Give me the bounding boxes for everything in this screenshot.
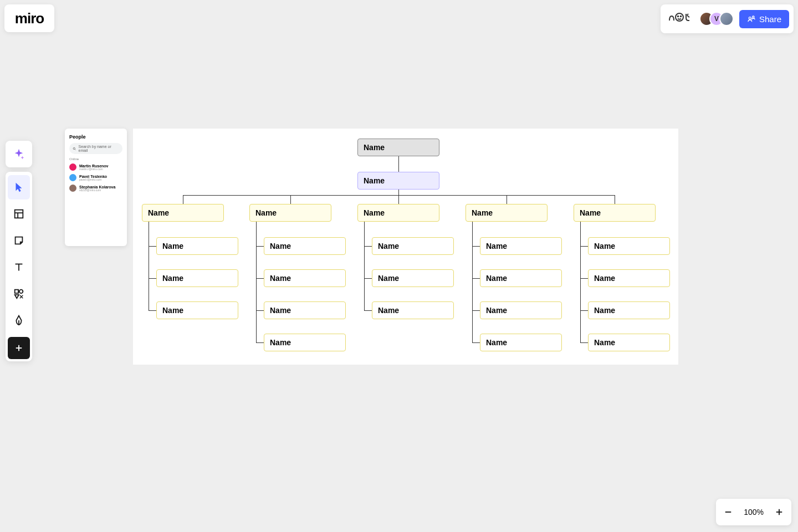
person-email: martin.r@miro.com xyxy=(79,168,109,171)
people-panel: People Search by name or email Online Ma… xyxy=(65,129,127,246)
org-leaf-1-0[interactable]: Name xyxy=(264,237,346,255)
plus-icon xyxy=(14,343,24,353)
org-dept-0[interactable]: Name xyxy=(142,204,224,222)
connector-line xyxy=(149,246,156,247)
share-button[interactable]: Share xyxy=(739,10,789,28)
frame-icon xyxy=(13,208,25,220)
org-leaf-2-2[interactable]: Name xyxy=(372,301,454,319)
org-leaf-3-2[interactable]: Name xyxy=(480,301,562,319)
search-icon xyxy=(73,147,76,151)
connector-line xyxy=(364,246,372,247)
person-row[interactable]: Pavel Teslenkopavel.t@miro.com xyxy=(69,172,122,183)
connector-line xyxy=(290,195,291,204)
org-leaf-3-0[interactable]: Name xyxy=(480,237,562,255)
people-list: Martin Rusenovmartin.r@miro.comPavel Tes… xyxy=(69,162,122,193)
connector-line xyxy=(256,342,264,343)
org-leaf-0-2[interactable]: Name xyxy=(156,301,238,319)
reactions-icon[interactable] xyxy=(665,11,694,27)
connector-line xyxy=(398,195,399,204)
left-toolbar xyxy=(6,172,32,361)
pen-icon xyxy=(13,314,25,326)
tool-select[interactable] xyxy=(8,175,30,200)
org-leaf-0-0[interactable]: Name xyxy=(156,237,238,255)
logo-card[interactable]: miro xyxy=(4,4,54,32)
connector-line xyxy=(472,278,480,279)
person-email: pavel.t@miro.com xyxy=(79,178,107,181)
share-label: Share xyxy=(759,14,781,24)
connector-line xyxy=(364,278,372,279)
people-section-label: Online xyxy=(69,157,122,161)
tool-pen[interactable] xyxy=(8,308,30,332)
tool-shapes[interactable] xyxy=(8,282,30,306)
tool-ai[interactable] xyxy=(6,141,32,167)
org-leaf-4-0[interactable]: Name xyxy=(588,237,670,255)
svg-point-4 xyxy=(753,16,754,18)
svg-point-2 xyxy=(681,16,682,17)
org-leaf-1-1[interactable]: Name xyxy=(264,269,346,287)
person-email: s6210@miro.com xyxy=(79,189,115,192)
org-leaf-0-1[interactable]: Name xyxy=(156,269,238,287)
shapes-icon xyxy=(13,288,25,300)
org-dept-4[interactable]: Name xyxy=(574,204,656,222)
tool-sticky[interactable] xyxy=(8,228,30,253)
person-row[interactable]: Stephania Kolarovas6210@miro.com xyxy=(69,183,122,193)
connector-line xyxy=(580,310,588,311)
connector-line xyxy=(615,195,615,204)
svg-point-3 xyxy=(749,17,751,19)
avatar-user-3[interactable] xyxy=(719,12,734,26)
tool-text[interactable] xyxy=(8,255,30,279)
connector-line xyxy=(507,195,507,204)
org-leaf-3-1[interactable]: Name xyxy=(480,269,562,287)
people-search[interactable]: Search by name or email xyxy=(69,143,122,154)
org-leaf-3-3[interactable]: Name xyxy=(480,334,562,351)
connector-line xyxy=(580,342,588,343)
org-leaf-4-1[interactable]: Name xyxy=(588,269,670,287)
sparkle-icon xyxy=(13,148,25,160)
org-leaf-2-0[interactable]: Name xyxy=(372,237,454,255)
org-leaf-1-2[interactable]: Name xyxy=(264,301,346,319)
org-dept-3[interactable]: Name xyxy=(466,204,548,222)
connector-line xyxy=(472,310,480,311)
org-dept-1[interactable]: Name xyxy=(249,204,331,222)
canvas[interactable]: NameNameNameNameNameNameNameNameNameName… xyxy=(133,129,678,365)
connector-line xyxy=(149,310,156,311)
connector-line xyxy=(472,342,480,343)
org-leaf-4-2[interactable]: Name xyxy=(588,301,670,319)
svg-rect-5 xyxy=(15,210,23,218)
cursor-icon xyxy=(13,181,25,193)
org-root[interactable]: Name xyxy=(357,139,439,156)
connector-line xyxy=(364,310,372,311)
svg-line-16 xyxy=(75,149,75,150)
connector-line xyxy=(256,278,264,279)
avatar-letter: V xyxy=(714,15,719,23)
org-leaf-2-1[interactable]: Name xyxy=(372,269,454,287)
connector-line xyxy=(580,278,588,279)
connector-line xyxy=(149,278,156,279)
tool-frame[interactable] xyxy=(8,202,30,226)
sticky-icon xyxy=(13,234,25,247)
avatar-group[interactable]: V xyxy=(699,12,734,26)
connector-line xyxy=(398,190,399,195)
org-leaf-4-3[interactable]: Name xyxy=(588,334,670,351)
org-sub[interactable]: Name xyxy=(357,172,439,190)
connector-line xyxy=(398,156,399,172)
connector-line xyxy=(256,246,264,247)
header-right: V Share xyxy=(661,4,794,33)
connector-line xyxy=(256,222,257,342)
svg-point-15 xyxy=(73,147,75,149)
person-info: Pavel Teslenkopavel.t@miro.com xyxy=(79,175,107,181)
search-placeholder: Search by name or email xyxy=(79,145,119,152)
connector-line xyxy=(149,222,149,310)
org-dept-2[interactable]: Name xyxy=(357,204,439,222)
zoom-in-button[interactable] xyxy=(774,507,785,518)
connector-line xyxy=(580,222,581,342)
zoom-value[interactable]: 100% xyxy=(744,508,764,516)
share-icon xyxy=(747,14,756,23)
svg-point-0 xyxy=(676,13,683,21)
tool-add[interactable] xyxy=(8,337,30,359)
person-row[interactable]: Martin Rusenovmartin.r@miro.com xyxy=(69,162,122,172)
person-info: Martin Rusenovmartin.r@miro.com xyxy=(79,164,109,171)
connector-line xyxy=(580,246,588,247)
zoom-out-button[interactable] xyxy=(723,507,734,518)
org-leaf-1-3[interactable]: Name xyxy=(264,334,346,351)
